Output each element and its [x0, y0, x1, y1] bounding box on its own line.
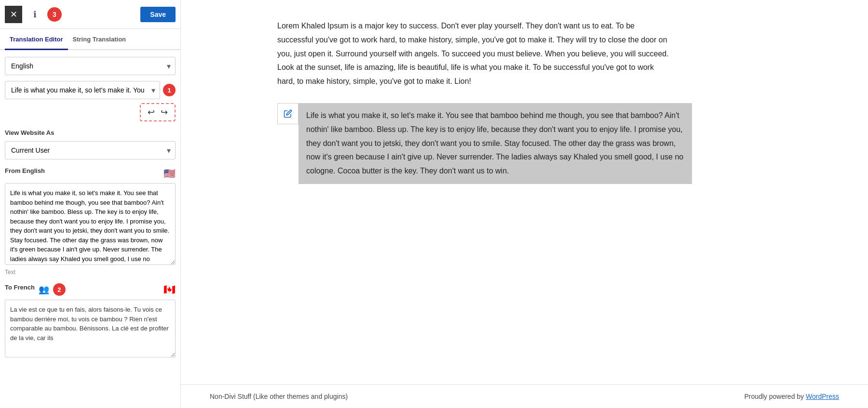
text-label: Text — [5, 269, 176, 276]
undo-redo-box: ↩ ↪ — [140, 103, 176, 121]
close-button[interactable]: ✕ — [5, 6, 22, 23]
content-area: Lorem Khaled Ipsum is a major key to suc… — [181, 0, 868, 384]
highlighted-text: Life is what you make it, so let's make … — [298, 103, 692, 184]
view-website-select[interactable]: Current User Guest Admin — [5, 141, 176, 159]
footer-powered-prefix: Proudly powered by — [744, 393, 806, 400]
footer-right-text: Proudly powered by WordPress — [744, 393, 839, 400]
info-icon: ℹ — [33, 9, 37, 20]
footer-bar: Non-Divi Stuff (Like other themes and pl… — [181, 384, 868, 408]
from-english-label: From English — [5, 167, 45, 174]
to-french-textarea[interactable]: La vie est ce que tu en fais, alors fais… — [5, 300, 176, 357]
top-bar: ✕ ℹ 3 Save — [0, 0, 180, 29]
undo-button[interactable]: ↩ — [145, 106, 158, 118]
right-panel: Lorem Khaled Ipsum is a major key to suc… — [181, 0, 868, 408]
language-select-wrapper: English French Spanish German — [5, 57, 176, 75]
to-french-section: To French 👥 2 🇨🇦 La vie est ce que tu en… — [5, 283, 176, 359]
intro-text: Lorem Khaled Ipsum is a major key to suc… — [277, 19, 673, 89]
badge-1: 1 — [163, 84, 176, 96]
to-french-header: To French 👥 2 🇨🇦 — [5, 283, 176, 296]
badge-3: 3 — [47, 7, 62, 22]
from-english-header: From English 🇺🇸 — [5, 167, 176, 179]
flag-ca-icon: 🇨🇦 — [163, 284, 176, 295]
view-website-section: View Website As Current User Guest Admin — [5, 129, 176, 159]
pencil-icon — [284, 109, 292, 118]
left-panel: ✕ ℹ 3 Save Translation Editor String Tra… — [0, 0, 181, 408]
info-button[interactable]: ℹ — [26, 6, 43, 23]
panel-content: English French Spanish German Life is wh… — [0, 50, 180, 408]
from-english-textarea[interactable]: Life is what you make it, so let's make … — [5, 183, 176, 265]
edit-pencil-button[interactable] — [277, 103, 298, 124]
people-icon: 👥 — [39, 284, 49, 295]
redo-button[interactable]: ↪ — [158, 106, 171, 118]
save-button[interactable]: Save — [140, 7, 176, 22]
to-french-label: To French — [5, 284, 35, 291]
tabs-bar: Translation Editor String Translation — [0, 29, 180, 50]
tab-translation-editor[interactable]: Translation Editor — [5, 29, 68, 50]
undo-redo-row: ↩ ↪ — [5, 103, 176, 121]
string-select-row: Life is what you make it, so let's make … — [5, 81, 176, 99]
view-website-select-wrapper: Current User Guest Admin — [5, 141, 176, 159]
string-select-wrapper: Life is what you make it, so let's make … — [5, 81, 160, 99]
to-french-title: To French 👥 2 — [5, 283, 66, 296]
footer-wordpress-link[interactable]: WordPress — [806, 393, 839, 400]
from-english-section: From English 🇺🇸 Life is what you make it… — [5, 167, 176, 276]
tab-string-translation[interactable]: String Translation — [68, 29, 131, 50]
string-select[interactable]: Life is what you make it, so let's make … — [5, 81, 160, 99]
language-select[interactable]: English French Spanish German — [5, 57, 176, 75]
badge-2: 2 — [53, 283, 66, 296]
view-website-label: View Website As — [5, 129, 176, 136]
flag-us-icon: 🇺🇸 — [163, 168, 176, 179]
highlighted-block-wrapper: Life is what you make it, so let's make … — [277, 103, 692, 184]
footer-left-text: Non-Divi Stuff (Like other themes and pl… — [210, 393, 348, 400]
close-icon: ✕ — [10, 9, 17, 20]
